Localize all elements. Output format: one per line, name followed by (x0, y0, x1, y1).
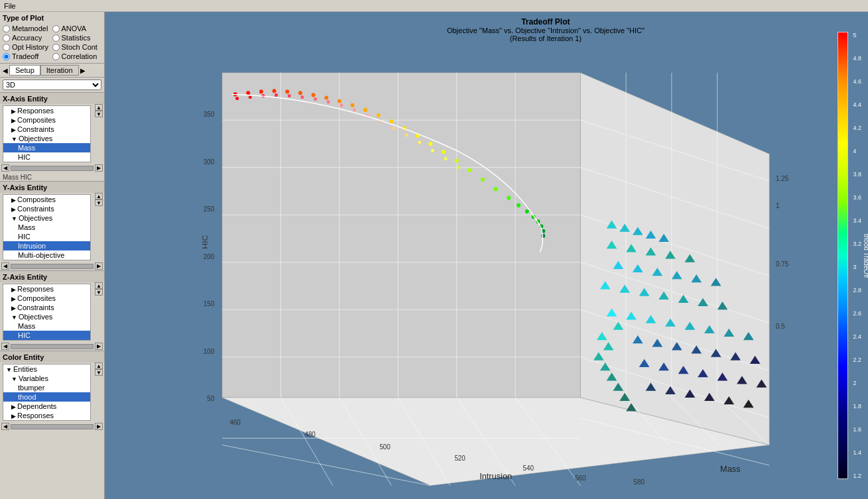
svg-text:50: 50 (207, 395, 214, 402)
radio-opt-history[interactable]: Opt History (3, 43, 52, 51)
radio-accuracy[interactable]: Accuracy (3, 34, 52, 42)
plot-subtitle1: Objective "Mass" vs. Objective "Intrusio… (447, 27, 645, 34)
svg-text:560: 560 (575, 474, 586, 481)
y-hscroll-right[interactable]: ▶ (95, 262, 103, 270)
tab-next-arrow[interactable]: ▶ (79, 67, 87, 74)
x-axis-vscroll: ▲ ▼ (93, 104, 104, 164)
z-composites[interactable]: ▶Composites (3, 294, 90, 303)
x-hscroll-left[interactable]: ◀ (1, 164, 9, 172)
x-hscroll-right[interactable]: ▶ (95, 164, 103, 172)
z-scroll-down[interactable]: ▼ (95, 289, 103, 296)
y-constraints[interactable]: ▶Constraints (3, 204, 90, 213)
plot-canvas[interactable]: Intrusion Mass 460 480 500 520 540 560 5… (111, 19, 815, 492)
color-entities[interactable]: ▼Entities (3, 364, 90, 374)
color-variables[interactable]: ▼Variables (3, 374, 90, 383)
z-axis-label: Z-Axis Entity (0, 271, 104, 282)
sidebar: Type of Plot Metamodel ANOVA Accuracy St… (0, 12, 105, 499)
tab-iteration[interactable]: Iteration (40, 65, 79, 76)
y-mass[interactable]: Mass (3, 223, 90, 232)
tab-prev-arrow[interactable]: ◀ (1, 67, 9, 74)
x-responses[interactable]: ▶Responses (3, 106, 90, 115)
y-hic[interactable]: HIC (3, 232, 90, 241)
radio-statistics[interactable]: Statistics (52, 34, 102, 42)
radio-metamodel[interactable]: Metamodel (3, 25, 52, 32)
y-scroll-down[interactable]: ▼ (95, 199, 103, 206)
x-hscroll-track[interactable] (11, 166, 93, 171)
svg-point-126 (275, 93, 278, 97)
radio-tradeoff[interactable]: Tradeoff (3, 52, 52, 60)
svg-point-136 (405, 133, 408, 137)
plot-subtitle2: (Results of Iteration 1) (447, 34, 645, 42)
x-hic[interactable]: HIC (3, 152, 90, 162)
svg-point-109 (428, 142, 432, 146)
svg-point-113 (481, 178, 485, 182)
x-scroll-up[interactable]: ▲ (95, 104, 103, 111)
color-entity-section: Color Entity ▼Entities ▼Variables tbumpe… (0, 351, 104, 431)
x-constraints[interactable]: ▶Constraints (3, 125, 90, 134)
y-multiobjective[interactable]: Multi-objective (3, 250, 90, 260)
color-thood[interactable]: thood (3, 392, 90, 402)
color-tbumper[interactable]: tbumper (3, 383, 90, 392)
svg-text:250: 250 (204, 205, 215, 213)
z-axis-hscroll: ◀ ▶ (0, 342, 104, 351)
cb-34: 3.4 (853, 217, 861, 224)
x-axis-label: X-Axis Entity (0, 93, 104, 104)
cb-22: 2.2 (853, 357, 861, 363)
color-scroll-down[interactable]: ▼ (95, 369, 103, 376)
y-axis-tree[interactable]: ▶Composites ▶Constraints ▼Objectives Mas… (3, 194, 91, 260)
color-hscroll-left[interactable]: ◀ (1, 423, 9, 430)
z-mass[interactable]: Mass (3, 321, 90, 331)
color-responses[interactable]: ▶Responses (3, 411, 90, 420)
tab-setup[interactable]: Setup (9, 65, 40, 76)
radio-stoch-cont[interactable]: Stoch Cont (52, 43, 102, 51)
svg-text:350: 350 (204, 111, 215, 118)
svg-point-131 (340, 103, 343, 107)
cb-16: 1.6 (853, 426, 861, 433)
radio-anova[interactable]: ANOVA (52, 25, 102, 32)
y-objectives[interactable]: ▼Objectives (3, 213, 90, 223)
color-hscroll-right[interactable]: ▶ (95, 423, 103, 430)
plot-title: Tradeoff Plot Objective "Mass" vs. Objec… (447, 17, 645, 42)
z-hscroll-right[interactable]: ▶ (95, 343, 103, 350)
color-dependents[interactable]: ▶Dependents (3, 402, 90, 411)
x-mass[interactable]: Mass (3, 143, 90, 152)
cb-38: 3.8 (853, 171, 861, 178)
y-composites[interactable]: ▶Composites (3, 195, 90, 204)
z-hscroll-track[interactable] (11, 344, 93, 349)
z-axis-tree[interactable]: ▶Responses ▶Composites ▶Constraints ▼Obj… (3, 284, 91, 341)
svg-point-110 (442, 150, 446, 154)
radio-correlation[interactable]: Correlation (52, 52, 102, 60)
svg-point-128 (300, 95, 304, 99)
svg-point-112 (467, 168, 471, 172)
plot-svg: Intrusion Mass 460 480 500 520 540 560 5… (111, 19, 815, 492)
x-axis-hscroll: ◀ ▶ (0, 164, 104, 172)
z-hic[interactable]: HIC (3, 331, 90, 340)
z-constraints[interactable]: ▶Constraints (3, 303, 90, 312)
y-hscroll-track[interactable] (11, 264, 93, 269)
cb-2: 2 (853, 380, 861, 386)
color-tree[interactable]: ▼Entities ▼Variables tbumper thood ▶Depe… (3, 364, 91, 421)
z-hscroll-left[interactable]: ◀ (1, 343, 9, 350)
x-axis-tree[interactable]: ▶Responses ▶Composites ▶Constraints ▼Obj… (3, 105, 91, 162)
z-objectives[interactable]: ▼Objectives (3, 312, 90, 321)
svg-marker-0 (222, 73, 580, 398)
x-axis-tree-container: ▶Responses ▶Composites ▶Constraints ▼Obj… (0, 104, 104, 164)
color-scroll-up[interactable]: ▲ (95, 362, 103, 369)
svg-point-122 (541, 234, 545, 238)
x-composites[interactable]: ▶Composites (3, 115, 90, 125)
file-menu[interactable]: File (4, 2, 16, 10)
z-scroll-up[interactable]: ▲ (95, 282, 103, 289)
plot-area[interactable]: Tradeoff Plot Objective "Mass" vs. Objec… (105, 12, 868, 499)
dimension-select[interactable]: 2D 3D (3, 80, 101, 90)
cb-42: 4.2 (853, 125, 861, 131)
x-objectives[interactable]: ▼Objectives (3, 134, 90, 143)
y-hscroll-left[interactable]: ◀ (1, 262, 9, 270)
color-hscroll-track[interactable] (11, 424, 93, 429)
x-scroll-down[interactable]: ▼ (95, 111, 103, 117)
y-scroll-up[interactable]: ▲ (95, 193, 103, 199)
svg-text:0.75: 0.75 (776, 260, 789, 268)
y-intrusion[interactable]: Intrusion (3, 241, 90, 250)
svg-point-138 (431, 149, 434, 152)
z-responses[interactable]: ▶Responses (3, 284, 90, 294)
plot-type-options: Metamodel ANOVA Accuracy Statistics Opt … (0, 23, 104, 63)
